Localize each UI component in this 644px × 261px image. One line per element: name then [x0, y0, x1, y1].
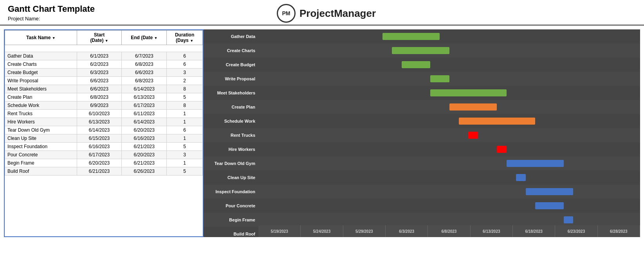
table-row: Rent Trucks 6/10/2023 6/11/2023 1 [5, 110, 203, 118]
gantt-row: Meet Stakeholders [204, 86, 640, 100]
task-name: Hire Workers [5, 118, 77, 126]
table-row: Hire Workers 6/13/2023 6/14/2023 1 [5, 118, 203, 126]
task-start: 6/10/2023 [77, 110, 122, 118]
table-row: Write Proposal 6/6/2023 6/8/2023 2 [5, 77, 203, 85]
task-start: 6/3/2023 [77, 69, 122, 77]
task-name: Rent Trucks [5, 110, 77, 118]
date-tick: 6/3/2023 [386, 225, 428, 237]
gantt-bar [507, 160, 564, 167]
page-header: Gantt Chart Template Project Name: PM Pr… [0, 0, 644, 25]
bar-area [258, 72, 640, 86]
task-name: Create Budget [5, 69, 77, 77]
gantt-bar [535, 202, 564, 209]
task-duration: 5 [167, 93, 203, 102]
logo-text: ProjectManager [299, 7, 376, 20]
gantt-bar [382, 33, 440, 40]
gantt-row: Create Budget [204, 58, 640, 72]
task-end: 6/14/2023 [122, 85, 167, 93]
task-duration: 2 [167, 77, 203, 85]
gantt-bar [459, 118, 535, 125]
task-start: 6/6/2023 [77, 85, 122, 93]
task-start: 6/6/2023 [77, 77, 122, 85]
logo-circle: PM [277, 4, 296, 23]
gantt-task-label: Create Budget [204, 62, 258, 67]
gantt-bar [468, 132, 478, 139]
task-name: Meet Stakeholders [5, 85, 77, 93]
task-start: 6/8/2023 [77, 93, 122, 102]
bar-area [258, 185, 640, 199]
task-name: Inspect Foundation [5, 143, 77, 151]
gantt-row: Inspect Foundation [204, 185, 640, 199]
gantt-bar [430, 75, 449, 82]
gantt-row: Write Proposal [204, 72, 640, 86]
project-name-label: Project Name: [8, 16, 95, 22]
gantt-task-label: Build Roof [204, 232, 258, 236]
task-end: 6/26/2023 [122, 167, 167, 176]
task-name: Write Proposal [5, 77, 77, 85]
table-row: Tear Down Old Gym 6/14/2023 6/20/2023 6 [5, 126, 203, 134]
gantt-task-label: Begin Frame [204, 218, 258, 222]
task-start: 6/2/2023 [77, 60, 122, 69]
page-title: Gantt Chart Template [8, 4, 95, 14]
bar-area [258, 170, 640, 185]
task-start: 6/21/2023 [77, 167, 122, 176]
bar-area [258, 114, 640, 128]
task-end: 6/21/2023 [122, 159, 167, 167]
th-start: Start(Date) ▼ [77, 31, 122, 45]
task-start: 6/9/2023 [77, 102, 122, 110]
task-start: 6/14/2023 [77, 126, 122, 134]
task-name: Begin Frame [5, 159, 77, 167]
gantt-row: Create Plan [204, 100, 640, 114]
task-name: Build Roof [5, 167, 77, 176]
logo-abbr: PM [282, 10, 290, 16]
task-start: 6/15/2023 [77, 134, 122, 143]
task-duration: 6 [167, 52, 203, 60]
gantt-bar [526, 188, 574, 195]
bar-area [258, 44, 640, 58]
task-end: 6/11/2023 [122, 110, 167, 118]
gantt-row: Tear Down Old Gym [204, 156, 640, 170]
gantt-bar [516, 174, 525, 181]
table-row: Create Plan 6/8/2023 6/13/2023 5 [5, 93, 203, 102]
table-row: Schedule Work 6/9/2023 6/17/2023 8 [5, 102, 203, 110]
th-end: End (Date ▼ [122, 31, 167, 45]
gantt-row: Rent Trucks [204, 128, 640, 142]
task-name: Create Plan [5, 93, 77, 102]
task-end: 6/7/2023 [122, 52, 167, 60]
bar-area [258, 86, 640, 100]
gantt-bar [564, 216, 573, 223]
gantt-bar [497, 146, 506, 153]
gantt-bar [430, 89, 507, 96]
table-row: Pour Concrete 6/17/2023 6/20/2023 3 [5, 151, 203, 159]
gantt-row: Schedule Work [204, 114, 640, 128]
task-end: 6/6/2023 [122, 69, 167, 77]
gantt-row: Begin Frame [204, 213, 640, 227]
bar-area [258, 58, 640, 72]
task-end: 6/20/2023 [122, 126, 167, 134]
bar-area [258, 100, 640, 114]
bar-area [258, 213, 640, 227]
table-row: Gather Data 6/1/2023 6/7/2023 6 [5, 52, 203, 60]
task-end: 6/17/2023 [122, 102, 167, 110]
task-table: Task Name ▼ Start(Date) ▼ End (Date ▼ Du… [4, 29, 204, 237]
header-left: Gantt Chart Template Project Name: [8, 4, 95, 22]
table-row: Inspect Foundation 6/16/2023 6/21/2023 5 [5, 143, 203, 151]
gantt-bar [449, 103, 497, 111]
gantt-task-label: Gather Data [204, 34, 258, 39]
gantt-task-label: Meet Stakeholders [204, 91, 258, 95]
gantt-task-label: Create Plan [204, 105, 258, 109]
task-start: 6/17/2023 [77, 151, 122, 159]
gantt-row: Hire Workers [204, 142, 640, 156]
bar-area [258, 156, 640, 170]
task-start: 6/16/2023 [77, 143, 122, 151]
gantt-row: Create Charts [204, 44, 640, 58]
task-name: Gather Data [5, 52, 77, 60]
table-row: Create Budget 6/3/2023 6/6/2023 3 [5, 69, 203, 77]
task-end: 6/21/2023 [122, 143, 167, 151]
date-tick: 5/19/2023 [258, 225, 301, 237]
table-row: Clean Up Site 6/15/2023 6/16/2023 1 [5, 134, 203, 143]
task-name: Clean Up Site [5, 134, 77, 143]
gantt-task-label: Inspect Foundation [204, 189, 258, 194]
task-start: 6/1/2023 [77, 52, 122, 60]
date-tick: 6/8/2023 [428, 225, 470, 237]
